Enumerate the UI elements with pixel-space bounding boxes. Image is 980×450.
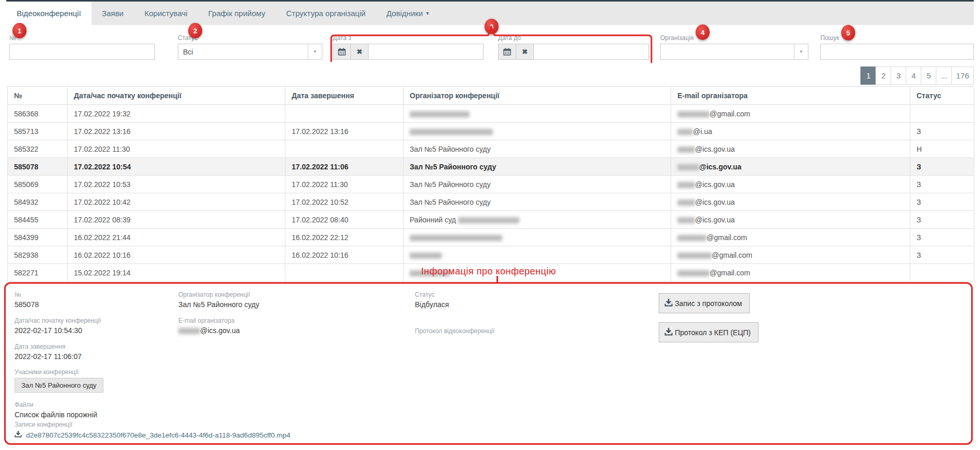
redacted-text [410,235,502,241]
table-row[interactable]: 58439916.02.2022 21:4416.02.2022 22:12 @… [8,229,974,246]
page-button-5[interactable]: 5 [921,67,936,85]
detail-records-label: Записи конференції [15,421,290,428]
detail-participants-label: Учасники конференції [15,368,103,376]
table-row-selected[interactable]: 58507817.02.2022 10:5417.02.2022 11:06 З… [8,158,974,176]
table-row[interactable]: 58493217.02.2022 10:4217.02.2022 10:52 З… [8,193,974,211]
annotation-circle-4: 4 [696,24,710,40]
page-button-last[interactable]: 176 [951,67,974,85]
files-empty-text: Список файлів порожній [15,411,97,419]
filter-status: Статус Всі ▼ [178,34,322,60]
record-with-protocol-button[interactable]: Запис з протоколом [659,293,750,313]
detail-status-label: Статус [415,291,449,298]
annotation-tick [496,276,498,283]
page-button-1[interactable]: 1 [860,67,876,85]
redacted-text [410,253,442,259]
table-header-row: № Дата/час початку конференції Дата заве… [8,87,974,105]
redacted-text [677,164,699,170]
redacted-text [677,253,712,259]
participant-chip[interactable]: Зал №5 Районного суду [15,378,103,393]
table-row[interactable]: 58571317.02.2022 13:1617.02.2022 13:16 @… [8,123,974,140]
col-header-start: Дата/час початку конференції [68,87,285,105]
redacted-text [458,217,519,223]
detail-protocol-label: Протокол відеоконференції [415,327,494,335]
chevron-down-icon[interactable]: ▼ [308,44,322,59]
filter-organization: Організація ▼ [660,34,808,60]
redacted-text [677,217,695,223]
annotation-circle-5: 5 [841,25,855,41]
status-filter-select[interactable]: Всі ▼ [178,44,322,60]
download-icon [664,298,673,308]
conference-table: № Дата/час початку конференції Дата заве… [7,86,974,282]
tab-applications[interactable]: Заяви [92,2,134,25]
table-row[interactable]: 58506917.02.2022 10:5317.02.2022 11:30 З… [8,176,974,193]
tab-videoconferences[interactable]: Відеоконференції [6,2,92,25]
detail-organizer-label: Організатор конференції [178,291,259,298]
detail-number: № 585078 [15,291,39,309]
detail-organizer-value: Зал №5 Районного суду [178,300,259,309]
record-with-protocol-label: Запис з протоколом [675,299,742,308]
status-filter-value: Всі [178,48,193,56]
table-row[interactable]: 58636817.02.2022 19:32 @gmail.com [8,105,974,123]
redacted-text [178,328,200,334]
detail-email-label: E-mail організатора [178,317,240,324]
redacted-text [410,129,493,135]
recording-file-link[interactable]: d2e87807c2539fc4c58322350f670e8e_3de1efc… [26,431,290,439]
pagination: 1 2 3 4 5 ... 176 [861,67,974,85]
organization-filter-select[interactable]: ▼ [660,44,808,60]
table-row[interactable]: 58445517.02.2022 08:3917.02.2022 08:40 Р… [8,211,974,229]
redacted-text [677,111,710,117]
protocol-kep-button[interactable]: Протокол з КЕП (ЕЦП) [659,322,759,342]
number-filter-label: № [9,34,155,42]
detail-start-value: 2022-02-17 10:54:30 [15,326,101,335]
page-button-2[interactable]: 2 [876,67,891,85]
redacted-text [677,129,693,135]
redacted-text [677,270,710,276]
chevron-down-icon[interactable]: ▼ [794,44,808,59]
page-button-ellipsis[interactable]: ... [936,67,952,85]
col-header-number: № [8,87,68,105]
detail-end-label: Дата завершення [15,343,82,350]
detail-start: Дата/час початку конференції 2022-02-17 … [15,317,101,335]
tab-users[interactable]: Користувачі [134,2,198,25]
detail-files-label: Файли [15,401,97,408]
annotation-circle-1: 1 [12,23,27,38]
number-filter-input[interactable] [9,44,155,60]
detail-end: Дата завершення 2022-02-17 11:06:07 [15,343,82,361]
conference-info-panel: № 585078 Дата/час початку конференції 20… [4,282,973,445]
col-header-status: Статус [910,87,974,105]
detail-files: Файли Список файлів порожній [15,401,97,419]
annotation-date-bracket [326,16,657,63]
filter-number: № [9,34,155,60]
detail-end-value: 2022-02-17 11:06:07 [15,352,82,361]
detail-organizer: Організатор конференції Зал №5 Районного… [178,291,259,309]
table-row[interactable]: 58532217.02.2022 11:30 Зал №5 Районного … [8,140,974,158]
detail-number-label: № [15,291,39,298]
detail-email-value: @ics.gov.ua [200,326,240,335]
table-row[interactable]: 58293816.02.2022 10:1616.02.2022 10:16 @… [8,246,974,264]
page-button-3[interactable]: 3 [891,67,906,85]
detail-start-label: Дата/час початку конференції [15,317,101,324]
app-screen: Відеоконференції Заяви Користувачі Графі… [0,0,980,450]
col-header-end: Дата завершення [285,87,403,105]
detail-participants: Учасники конференції Зал №5 Районного су… [15,368,103,393]
detail-number-value: 585078 [15,300,39,309]
search-input[interactable] [820,44,974,60]
annotation-circle-2: 2 [188,23,202,38]
col-header-email: E-mail організатора [671,87,910,105]
tab-reception-schedule[interactable]: Графік прийому [198,2,276,25]
detail-status-value: Відбулася [415,300,449,309]
redacted-text [677,147,695,153]
detail-protocol: Протокол відеоконференції [415,327,494,337]
download-icon[interactable] [15,430,22,440]
page-button-4[interactable]: 4 [906,67,921,85]
col-header-organizer: Організатор конференції [403,87,671,105]
detail-records: Записи конференції d2e87807c2539fc4c5832… [15,421,290,440]
download-icon [664,327,673,337]
redacted-text [677,235,707,241]
detail-status: Статус Відбулася [415,291,449,309]
redacted-text [677,182,695,188]
organization-filter-label: Організація [660,34,808,42]
protocol-kep-label: Протокол з КЕП (ЕЦП) [675,328,751,337]
redacted-text [677,200,695,206]
annotation-info-text: Інформація про конференцію [421,266,556,277]
